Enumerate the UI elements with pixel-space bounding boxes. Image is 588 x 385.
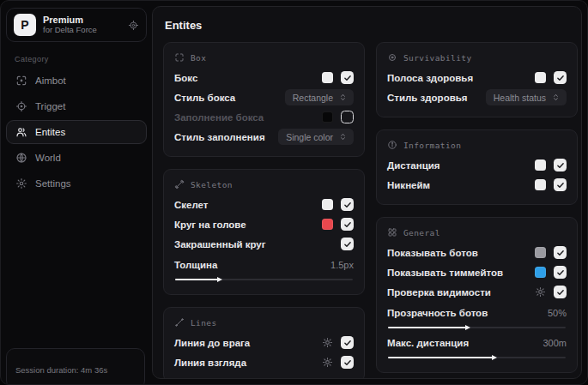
row-label: Скелет — [174, 200, 209, 210]
sidebar-item-entites[interactable]: Entites — [6, 120, 147, 144]
aimbot-icon — [15, 75, 27, 87]
row-check: Дистанция — [387, 156, 567, 174]
color-swatch[interactable] — [322, 111, 333, 123]
card-survivability: SurvivabilityПолоса здоровьяСтиль здоров… — [376, 42, 578, 117]
gear-icon[interactable] — [535, 286, 546, 298]
unfold-icon — [338, 132, 348, 141]
select-стиль-бокса[interactable]: Rectangle — [285, 89, 354, 105]
row-label: Заполнение бокса — [174, 112, 264, 123]
color-swatch[interactable] — [535, 159, 546, 171]
slider-thumb[interactable] — [217, 277, 222, 282]
information-icon — [387, 140, 397, 150]
row-select: Стиль здоровьяHealth status — [387, 88, 567, 106]
slider-толщина[interactable] — [175, 275, 353, 283]
row-check: Никнейм — [387, 176, 567, 194]
card-information: InformationДистанцияНикнейм — [376, 129, 578, 205]
slider-value: 300m — [543, 338, 567, 348]
row-controls — [535, 286, 567, 298]
column-left: BoxБоксСтиль боксаRectangleЗаполнение бо… — [163, 42, 365, 379]
checkbox[interactable] — [554, 246, 567, 259]
checkbox[interactable] — [554, 159, 567, 171]
checkbox[interactable] — [341, 198, 354, 211]
row-slider-head: Толщина1.5px — [174, 256, 354, 274]
checkbox[interactable] — [341, 111, 354, 123]
sidebar-item-settings[interactable]: Settings — [6, 171, 147, 196]
checkbox[interactable] — [554, 178, 567, 191]
row-label: Дистанция — [387, 160, 439, 171]
row-label: Никнейм — [387, 180, 430, 190]
sidebar-item-world[interactable]: World — [6, 146, 147, 170]
select-стиль-заполнения[interactable]: Single color — [278, 129, 354, 145]
box-icon — [174, 52, 185, 63]
sidebar-item-label: Aimbot — [35, 75, 66, 86]
checkbox[interactable] — [554, 71, 567, 84]
slider-fill — [388, 357, 494, 358]
lines-icon — [174, 317, 185, 328]
main-panel: Entites BoxБоксСтиль боксаRectangleЗапол… — [152, 6, 582, 379]
checkbox[interactable] — [341, 71, 354, 84]
row-check: Линия взгляда — [174, 353, 354, 371]
brand-card: P Premium for Delta Force — [6, 8, 147, 42]
row-check: Закрашенный круг — [174, 235, 354, 253]
general-icon — [387, 227, 397, 238]
color-swatch[interactable] — [322, 72, 333, 83]
slider-thumb[interactable] — [465, 325, 470, 330]
card-header: Survivability — [387, 52, 567, 63]
row-check: Скелет — [174, 196, 354, 214]
sidebar-item-trigget[interactable]: Trigget — [6, 94, 147, 118]
select-value: Health status — [494, 93, 546, 103]
row-label: Толщина — [174, 260, 217, 270]
card-title: Lines — [191, 318, 217, 328]
card-header: Lines — [174, 317, 354, 328]
brand-logo: P — [14, 14, 36, 36]
card-header: Skeleton — [174, 179, 354, 189]
sidebar-item-aimbot[interactable]: Aimbot — [6, 69, 147, 93]
brand-text: Premium for Delta Force — [43, 15, 121, 35]
slider-макс-дистанция[interactable] — [388, 353, 566, 361]
brand-subtitle: for Delta Force — [43, 26, 121, 35]
session-duration: Session duration: 4m 36s — [15, 365, 107, 382]
sidebar-item-label: Settings — [35, 178, 71, 189]
color-swatch[interactable] — [535, 247, 546, 258]
color-swatch[interactable] — [322, 219, 333, 230]
color-swatch[interactable] — [535, 267, 546, 278]
gear-icon[interactable] — [322, 357, 333, 368]
checkbox[interactable] — [554, 266, 567, 279]
checkbox[interactable] — [341, 356, 354, 369]
color-swatch[interactable] — [535, 72, 546, 83]
row-label: Стиль заполнения — [174, 132, 265, 142]
row-controls — [535, 266, 567, 279]
card-title: Skeleton — [191, 180, 233, 189]
skeleton-icon — [174, 179, 185, 189]
card-columns: BoxБоксСтиль боксаRectangleЗаполнение бо… — [163, 42, 571, 379]
checkbox[interactable] — [341, 336, 354, 349]
checkbox[interactable] — [341, 238, 354, 250]
row-controls: Health status — [486, 89, 567, 105]
select-value: Rectangle — [293, 93, 333, 103]
select-стиль-здоровья[interactable]: Health status — [486, 89, 567, 105]
checkbox[interactable] — [341, 218, 354, 231]
slider-прозрачность-ботов[interactable] — [388, 323, 566, 331]
category-label: Category — [15, 55, 140, 63]
column-right: SurvivabilityПолоса здоровьяСтиль здоров… — [376, 42, 578, 373]
row-controls — [322, 356, 354, 369]
gear-icon[interactable] — [322, 337, 333, 348]
slider-thumb[interactable] — [492, 355, 497, 360]
row-controls — [535, 71, 567, 84]
sidebar-item-label: Trigget — [35, 101, 65, 111]
row-label: Линия до врага — [174, 338, 250, 348]
checkbox[interactable] — [554, 286, 567, 298]
color-swatch[interactable] — [322, 199, 333, 210]
row-check: Бокс — [174, 69, 354, 87]
color-swatch[interactable] — [535, 179, 546, 190]
entites-icon — [15, 126, 27, 138]
card-lines: LinesЛиния до врагаЛиния взгляда — [163, 307, 365, 379]
slider-value: 50% — [548, 308, 567, 318]
card-title: Information — [403, 141, 461, 150]
card-box: BoxБоксСтиль боксаRectangleЗаполнение бо… — [163, 42, 365, 157]
brand-settings-icon[interactable] — [128, 20, 139, 31]
row-label: Прозрачность ботов — [387, 308, 488, 318]
row-controls — [322, 198, 354, 211]
row-check: Показывать тиммейтов — [387, 263, 567, 281]
row-controls — [535, 159, 567, 171]
